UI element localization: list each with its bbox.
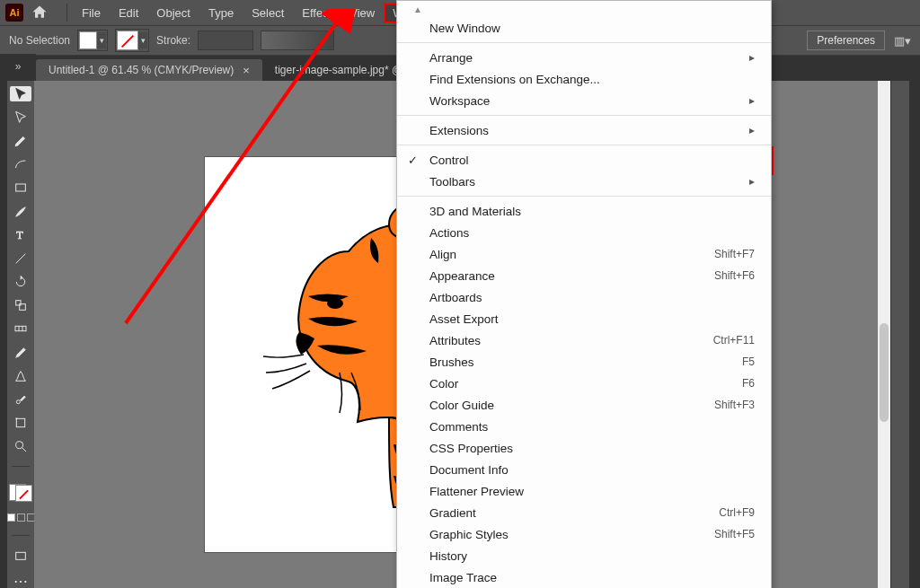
menu-item-label: New Window (429, 22, 500, 35)
menu-item-align[interactable]: AlignShift+F7 (397, 243, 771, 265)
scroll-up-icon[interactable]: ▲ (397, 1, 771, 17)
zoom-tool[interactable] (10, 439, 31, 454)
svg-point-12 (16, 442, 23, 449)
menu-item-image-trace[interactable]: Image Trace (397, 566, 771, 588)
menu-item-css-properties[interactable]: CSS Properties (397, 437, 771, 459)
eyedropper-tool[interactable] (10, 345, 31, 360)
window-menu-dropdown: ▲ New WindowArrange▸Find Extensions on E… (396, 0, 772, 588)
menu-separator (397, 115, 771, 116)
shortcut-label: Shift+F7 (714, 248, 755, 260)
menu-item-label: Gradient (429, 506, 476, 520)
menu-effect[interactable]: Effect (293, 3, 341, 23)
curvature-tool[interactable] (10, 157, 31, 172)
submenu-arrow-icon: ▸ (749, 124, 755, 136)
menu-item-workspace[interactable]: Workspace▸ (397, 90, 771, 111)
menu-item-label: Image Trace (429, 571, 497, 584)
menu-separator (397, 196, 771, 197)
stroke-swatch[interactable]: ▾ (115, 29, 149, 52)
vertical-scrollbar-thumb[interactable] (880, 323, 889, 422)
menu-item-graphic-styles[interactable]: Graphic StylesShift+F5 (397, 523, 771, 545)
menu-item-control[interactable]: ✓Control (397, 149, 771, 171)
selection-status: No Selection (9, 34, 70, 47)
menu-item-3d-and-materials[interactable]: 3D and Materials (397, 200, 771, 222)
screen-mode-tool[interactable] (10, 549, 31, 565)
menu-item-brushes[interactable]: BrushesF5 (397, 351, 771, 373)
fill-swatch[interactable]: ▾ (77, 30, 108, 51)
menu-item-attributes[interactable]: AttributesCtrl+F11 (397, 329, 771, 351)
svg-point-8 (16, 400, 20, 404)
shape-builder-tool[interactable] (10, 321, 31, 337)
menu-item-history[interactable]: History (397, 545, 771, 566)
svg-line-2 (16, 254, 26, 264)
fill-stroke-swatch[interactable] (9, 484, 32, 502)
menu-item-artboards[interactable]: Artboards (397, 286, 771, 308)
shortcut-label: Shift+F6 (714, 269, 755, 282)
rotate-tool[interactable] (10, 275, 31, 290)
svg-rect-5 (15, 327, 26, 331)
menu-item-color[interactable]: ColorF6 (397, 373, 771, 394)
app-icon: Ai (5, 4, 23, 22)
selection-tool[interactable] (10, 86, 31, 101)
menu-item-label: Graphic Styles (429, 528, 509, 541)
close-icon[interactable]: × (243, 64, 250, 77)
menu-item-extensions[interactable]: Extensions▸ (397, 119, 771, 141)
scale-tool[interactable] (10, 298, 31, 313)
pen-tool[interactable] (10, 133, 31, 148)
menu-item-gradient[interactable]: GradientCtrl+F9 (397, 502, 771, 523)
tab-label: Untitled-1 @ 61.45 % (CMYK/Preview) (49, 64, 234, 76)
menu-item-comments[interactable]: Comments (397, 416, 771, 437)
menu-item-new-window[interactable]: New Window (397, 17, 771, 39)
type-tool[interactable]: T (10, 227, 31, 242)
menu-item-label: Find Extensions on Exchange... (429, 73, 600, 86)
svg-rect-0 (16, 184, 26, 191)
tab-strip-expand-icon[interactable]: » (0, 54, 36, 79)
svg-rect-14 (16, 553, 26, 560)
menu-item-label: Flattener Preview (429, 485, 524, 498)
menu-item-label: Color (429, 377, 458, 391)
menu-item-flattener-preview[interactable]: Flattener Preview (397, 480, 771, 502)
direct-selection-tool[interactable] (10, 110, 31, 125)
menu-item-document-info[interactable]: Document Info (397, 459, 771, 480)
paintbrush-tool[interactable] (10, 204, 31, 219)
menu-item-label: Artboards (429, 291, 482, 304)
menu-item-actions[interactable]: Actions (397, 222, 771, 243)
draw-mode-icons[interactable] (7, 513, 35, 522)
menu-item-label: History (429, 549, 467, 563)
menu-item-toolbars[interactable]: Toolbars▸ (397, 171, 771, 192)
menu-item-color-guide[interactable]: Color GuideShift+F3 (397, 394, 771, 416)
menu-view[interactable]: View (341, 3, 384, 23)
menu-edit[interactable]: Edit (110, 3, 147, 23)
menu-item-label: Arrange (429, 51, 473, 65)
right-panel-stub[interactable] (890, 81, 909, 588)
menu-item-find-extensions-on-exchange-[interactable]: Find Extensions on Exchange... (397, 68, 771, 90)
stroke-weight-input[interactable] (198, 31, 253, 50)
shortcut-label: Ctrl+F9 (719, 506, 755, 519)
gradient-tool[interactable] (10, 368, 31, 383)
edit-toolbar-icon[interactable]: ⋯ (10, 573, 31, 588)
artboard-tool[interactable] (10, 416, 31, 431)
submenu-arrow-icon: ▸ (749, 51, 755, 64)
preferences-button[interactable]: Preferences (807, 31, 885, 50)
menu-object[interactable]: Object (147, 3, 199, 23)
stroke-label: Stroke: (156, 34, 190, 47)
document-tab[interactable]: tiger-image-sample.jpg* @ (262, 59, 415, 81)
symbol-sprayer-tool[interactable] (10, 391, 31, 407)
document-tab[interactable]: Untitled-1 @ 61.45 % (CMYK/Preview)× (36, 59, 262, 81)
divider (66, 4, 67, 22)
panel-flyout-icon[interactable]: ▥▾ (894, 34, 911, 48)
shortcut-label: Shift+F3 (714, 399, 755, 411)
opacity-input[interactable] (261, 31, 334, 50)
home-icon[interactable] (31, 4, 49, 22)
menu-item-appearance[interactable]: AppearanceShift+F6 (397, 265, 771, 286)
menu-item-asset-export[interactable]: Asset Export (397, 308, 771, 329)
rectangle-tool[interactable] (10, 180, 31, 196)
menu-item-arrange[interactable]: Arrange▸ (397, 47, 771, 68)
line-tool[interactable] (10, 250, 31, 266)
menu-type[interactable]: Type (199, 3, 243, 23)
menu-item-label: Align (429, 248, 456, 261)
menu-select[interactable]: Select (243, 3, 293, 23)
tools-panel: T ⋯ (7, 81, 34, 588)
tab-label: tiger-image-sample.jpg* @ (275, 64, 402, 76)
svg-point-15 (327, 298, 343, 309)
menu-file[interactable]: File (73, 3, 110, 23)
